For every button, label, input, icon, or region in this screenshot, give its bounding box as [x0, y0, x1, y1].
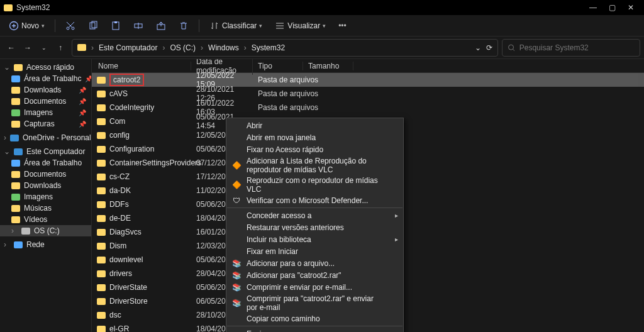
- file-type: Pasta de arquivos: [253, 103, 335, 112]
- item-label: Área de Trabalhc: [24, 74, 81, 83]
- sidebar-item[interactable]: Imagens: [0, 191, 91, 202]
- view-button[interactable]: Visualizar ▾: [270, 18, 331, 34]
- more-button[interactable]: •••: [333, 18, 352, 34]
- sidebar-item[interactable]: Músicas: [0, 202, 91, 214]
- share-button[interactable]: [151, 18, 171, 34]
- folder-icon: [97, 146, 106, 153]
- svg-point-1: [67, 27, 69, 30]
- rename-button[interactable]: [128, 18, 148, 34]
- archive-icon: 📚: [231, 298, 242, 308]
- file-name: downlevel: [109, 255, 143, 264]
- breadcrumb-2[interactable]: OS (C:): [170, 43, 196, 52]
- forward-button[interactable]: →: [20, 40, 35, 55]
- scrollbar[interactable]: [636, 73, 643, 332]
- new-button[interactable]: Novo ▾: [4, 18, 50, 34]
- copy-button[interactable]: [83, 18, 103, 34]
- folder-icon: [77, 44, 86, 51]
- sidebar-quick-access[interactable]: ⌄ Acesso rápido: [0, 62, 91, 73]
- sidebar-item[interactable]: Imagens📌: [0, 107, 91, 118]
- sidebar-item[interactable]: Downloads📌: [0, 84, 91, 96]
- file-row[interactable]: CodeIntegrity16/01/2022 16:03Pasta de ar…: [92, 101, 644, 114]
- rename-icon: [133, 21, 143, 31]
- file-name: ContainerSettingsProviders: [109, 158, 201, 167]
- breadcrumb-3[interactable]: Windows: [208, 43, 239, 52]
- chevron-down-icon[interactable]: ⌄: [475, 43, 481, 52]
- search-box[interactable]: [502, 39, 640, 57]
- this-pc-label: Este Computador: [26, 147, 85, 156]
- maximize-button[interactable]: ▢: [602, 0, 621, 15]
- ctx-add-catroot-rar[interactable]: 📚Adicionar para "catroot2.rar": [226, 269, 403, 281]
- paste-icon: [111, 21, 121, 31]
- search-input[interactable]: [519, 43, 635, 52]
- folder-icon: [97, 243, 106, 250]
- folder-icon: [97, 77, 106, 84]
- ctx-defender[interactable]: 🛡Verificar com o Microsoft Defender...: [226, 194, 403, 206]
- separator: [227, 208, 402, 208]
- sidebar-item[interactable]: Vídeos: [0, 214, 91, 225]
- file-name: DriverState: [109, 283, 147, 292]
- sidebar-this-pc[interactable]: ⌄ Este Computador: [0, 146, 91, 157]
- back-button[interactable]: ←: [4, 40, 19, 55]
- file-name: el-GR: [109, 324, 129, 332]
- ctx-copy-path[interactable]: Copiar como caminho: [226, 313, 403, 324]
- ctx-send-to[interactable]: Enviar para: [226, 328, 403, 332]
- sidebar-item[interactable]: Documentos: [0, 169, 91, 180]
- archive-icon: 📚: [231, 270, 242, 280]
- ctx-pin-start[interactable]: Fixar em Iniciar: [226, 245, 403, 257]
- ctx-pin-quick-access[interactable]: Fixar no Acesso rápido: [226, 143, 403, 155]
- ctx-open-new-window[interactable]: Abrir em nova janela: [226, 131, 403, 143]
- folder-icon: [97, 312, 106, 319]
- svg-point-9: [509, 45, 514, 50]
- col-size[interactable]: Tamanho: [303, 62, 353, 70]
- breadcrumb-4[interactable]: System32: [252, 43, 285, 52]
- sort-button[interactable]: Classificar ▾: [204, 18, 267, 34]
- item-icon: [11, 171, 20, 178]
- ctx-compress-email[interactable]: 📚Comprimir e enviar por e-mail...: [226, 281, 403, 293]
- cut-button[interactable]: [60, 18, 80, 34]
- search-icon: [508, 43, 516, 52]
- delete-button[interactable]: [174, 18, 194, 34]
- window-title: System32: [16, 3, 50, 12]
- paste-button[interactable]: [106, 18, 126, 34]
- trash-icon: [179, 21, 189, 31]
- sidebar-onedrive[interactable]: › OneDrive - Personal: [0, 132, 91, 143]
- sidebar-item[interactable]: Área de Trabalho: [0, 157, 91, 169]
- ctx-open[interactable]: Abrir: [226, 119, 403, 131]
- ctx-vlc-playlist[interactable]: 🔶Adicionar à Lista de Reprodução do repr…: [226, 155, 403, 175]
- close-button[interactable]: ✕: [621, 0, 640, 15]
- ctx-include-library[interactable]: Incluir na biblioteca: [226, 233, 403, 245]
- new-label: Novo: [21, 21, 39, 30]
- ctx-compress-catroot-email[interactable]: 📚Comprimir para "catroot2.rar" e enviar …: [226, 293, 403, 313]
- item-icon: [11, 205, 20, 212]
- pin-icon: 📌: [79, 87, 86, 94]
- breadcrumb-1[interactable]: Este Computador: [99, 43, 157, 52]
- folder-icon: [97, 187, 106, 194]
- ctx-grant-access[interactable]: Conceder acesso a: [226, 209, 403, 221]
- nav-row: ← → ⌄ ↑ › Este Computador › OS (C:) › Wi…: [0, 36, 644, 59]
- sidebar-item[interactable]: Capturas📌: [0, 118, 91, 130]
- sidebar-network[interactable]: › Rede: [0, 239, 91, 250]
- sidebar-item[interactable]: ›OS (C:): [0, 225, 91, 236]
- col-type[interactable]: Tipo: [253, 62, 303, 70]
- sidebar-item[interactable]: Área de Trabalhc📌: [0, 73, 91, 84]
- ctx-add-archive[interactable]: 📚Adicionar para o arquivo...: [226, 257, 403, 269]
- scrollbar-thumb[interactable]: [638, 73, 643, 87]
- sidebar-item[interactable]: Documentos📌: [0, 96, 91, 107]
- ctx-restore-versions[interactable]: Restaurar versões anteriores: [226, 221, 403, 233]
- folder-icon: [97, 326, 106, 333]
- divider: [55, 19, 55, 32]
- refresh-icon[interactable]: ⟳: [486, 43, 492, 52]
- expander-icon: ›: [4, 240, 10, 249]
- file-name: config: [109, 131, 130, 140]
- minimize-button[interactable]: —: [584, 0, 602, 15]
- sidebar-item[interactable]: Downloads: [0, 180, 91, 191]
- col-name[interactable]: Nome: [92, 62, 191, 70]
- file-row[interactable]: cAVS28/10/2021 12:26Pasta de arquivos: [92, 87, 644, 101]
- address-bar[interactable]: › Este Computador › OS (C:) › Windows › …: [72, 39, 498, 57]
- recent-button[interactable]: ⌄: [36, 40, 52, 55]
- network-label: Rede: [26, 240, 45, 249]
- up-button[interactable]: ↑: [53, 40, 68, 55]
- file-row[interactable]: catroot212/05/2022 15:09Pasta de arquivo…: [92, 73, 644, 87]
- ctx-vlc-play[interactable]: 🔶Reproduzir com o reprodutor de mídias V…: [226, 175, 403, 194]
- view-icon: [275, 21, 285, 31]
